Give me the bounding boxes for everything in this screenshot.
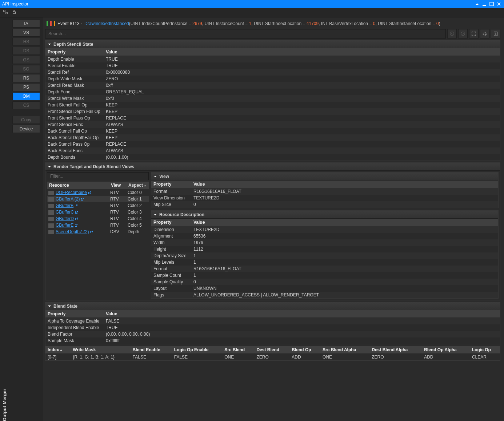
copy-button[interactable]: Copy	[12, 116, 40, 124]
popout-icon[interactable]	[75, 217, 78, 221]
col-value: Value	[104, 48, 500, 56]
window-titlebar: API Inspector	[0, 0, 504, 8]
col-header[interactable]: Index	[45, 346, 71, 354]
cell: [0-7]	[45, 354, 71, 361]
table-row: Depth/Array Size1	[151, 252, 498, 259]
col-header[interactable]: Dest Blend Alpha	[369, 346, 422, 354]
chevron-down-icon	[153, 175, 157, 178]
col-value: Value	[104, 310, 500, 318]
col-resource[interactable]: Resource	[47, 182, 109, 189]
resource-row[interactable]: GBufferA (2)RTVColor 1	[47, 196, 149, 202]
resource-link[interactable]: SceneDepthZ (2)	[56, 229, 89, 234]
thumbnail-icon	[48, 191, 54, 195]
section-header[interactable]: View	[151, 173, 498, 181]
resource-link[interactable]: GBufferD	[56, 216, 74, 221]
stage-so-button[interactable]: SO	[12, 65, 40, 73]
cell: CLEAR	[470, 354, 500, 361]
lock-icon[interactable]	[12, 9, 17, 16]
table-row: Stencil Read Mask0xff	[45, 82, 500, 89]
view-type: RTV	[109, 215, 126, 222]
collapse-button[interactable]	[480, 29, 489, 39]
col-header[interactable]: Blend Op Alpha	[422, 346, 470, 354]
col-header[interactable]: Write Mask	[71, 346, 130, 354]
popout-icon[interactable]	[89, 230, 93, 234]
aspect: Color 1	[126, 196, 149, 202]
device-button[interactable]: Device	[12, 125, 40, 133]
col-header[interactable]: Src Blend Alpha	[320, 346, 369, 354]
thumbnail-icon	[48, 230, 54, 234]
prop-value: KEEP	[104, 128, 500, 134]
stage-vs-button[interactable]: VS	[12, 29, 40, 37]
prop-value: TRUE	[104, 62, 500, 69]
prop-value: ALLOW_UNORDERED_ACCESS | ALLOW_RENDER_TA…	[191, 292, 498, 298]
table-row: Width1976	[151, 239, 498, 246]
section-view: View Property Value FormatR16G16B16A16_F…	[151, 172, 499, 208]
maximize-icon[interactable]	[489, 1, 495, 7]
search-input[interactable]	[45, 29, 446, 39]
resource-link[interactable]: GBufferE	[56, 223, 73, 228]
stage-ds-button[interactable]: DS	[12, 47, 40, 55]
section-header[interactable]: Depth Stencil State	[45, 40, 500, 48]
col-header[interactable]: Logic Op Enable	[172, 346, 222, 354]
aspect: Color 3	[126, 209, 149, 215]
resource-row[interactable]: DOFRecombineRTVColor 0	[47, 189, 149, 196]
col-header[interactable]: Logic Op	[470, 346, 500, 354]
resource-row[interactable]: GBufferDRTVColor 4	[47, 215, 149, 222]
resource-link[interactable]: GBufferC	[56, 210, 74, 215]
prev-button[interactable]	[447, 29, 457, 39]
resource-row[interactable]: SceneDepthZ (2)DSVDepth	[47, 228, 149, 235]
popout-icon[interactable]	[74, 224, 78, 227]
collapse-icon[interactable]	[474, 1, 480, 7]
window-title: API Inspector	[2, 1, 473, 7]
resource-row[interactable]: GBufferCRTVColor 3	[47, 209, 149, 215]
col-header[interactable]: Dest Blend	[254, 346, 289, 354]
stage-rs-button[interactable]: RS	[12, 74, 40, 82]
table-row: Front Stencil Depth Fail OpKEEP	[45, 108, 500, 115]
table-row: Back Stencil DepthFail OpKEEP	[45, 134, 500, 141]
popout-icon[interactable]	[74, 204, 78, 208]
svg-point-5	[450, 32, 454, 36]
stage-cs-button[interactable]: CS	[12, 101, 40, 109]
next-button[interactable]	[458, 29, 468, 39]
export-button[interactable]	[491, 29, 500, 39]
stage-gs-button[interactable]: GS	[12, 56, 40, 64]
resource-link[interactable]: GBufferA (2)	[56, 197, 80, 202]
table-row: Front Stencil Pass OpREPLACE	[45, 115, 500, 121]
dock-icon[interactable]	[3, 9, 8, 16]
prop-value: TEXTURE2D	[191, 195, 498, 201]
thumbnail-icon	[48, 223, 54, 228]
col-header[interactable]: Blend Op	[289, 346, 320, 354]
vertical-tab[interactable]: Output Merger	[0, 17, 9, 421]
resource-row[interactable]: GBufferBRTVColor 2	[47, 202, 149, 209]
stage-hs-button[interactable]: HS	[12, 38, 40, 46]
prop-value: 1	[191, 259, 498, 266]
table-row: FormatR16G16B16A16_FLOAT	[151, 266, 498, 272]
expand-button[interactable]	[469, 29, 479, 39]
prop-name: Depth Bounds	[45, 154, 104, 161]
blend-data-table: IndexWrite MaskBlend EnableLogic Op Enab…	[45, 346, 500, 360]
resource-link[interactable]: GBufferB	[56, 203, 73, 208]
stage-ia-button[interactable]: IA	[12, 20, 40, 28]
popout-icon[interactable]	[80, 198, 84, 201]
col-header[interactable]: Src Blend	[222, 346, 254, 354]
popout-icon[interactable]	[75, 211, 78, 214]
section-header[interactable]: Resource Description	[151, 211, 498, 219]
col-view[interactable]: View	[109, 182, 126, 189]
flag-green-icon	[47, 21, 48, 26]
resource-table[interactable]: Resource View Aspect DOFRecombineRTVColo…	[47, 182, 149, 235]
col-aspect[interactable]: Aspect	[126, 182, 149, 189]
event-id: Event 8113 -	[57, 21, 82, 26]
stage-om-button[interactable]: OM	[12, 92, 40, 100]
minimize-icon[interactable]	[481, 1, 487, 7]
section-header[interactable]: Blend State	[45, 302, 500, 310]
close-icon[interactable]	[496, 1, 502, 7]
col-header[interactable]: Blend Enable	[131, 346, 172, 354]
popout-icon[interactable]	[88, 191, 91, 195]
prop-value: (0.00, 0.00, 0.00, 0.00)	[104, 331, 500, 337]
resource-row[interactable]: GBufferERTVColor 5	[47, 222, 149, 228]
filter-input[interactable]	[47, 172, 149, 180]
section-header[interactable]: Render Target and Depth Stencil Views	[45, 163, 500, 171]
prop-name: Depth/Array Size	[151, 252, 191, 259]
resource-link[interactable]: DOFRecombine	[56, 190, 87, 195]
stage-ps-button[interactable]: PS	[12, 83, 40, 91]
